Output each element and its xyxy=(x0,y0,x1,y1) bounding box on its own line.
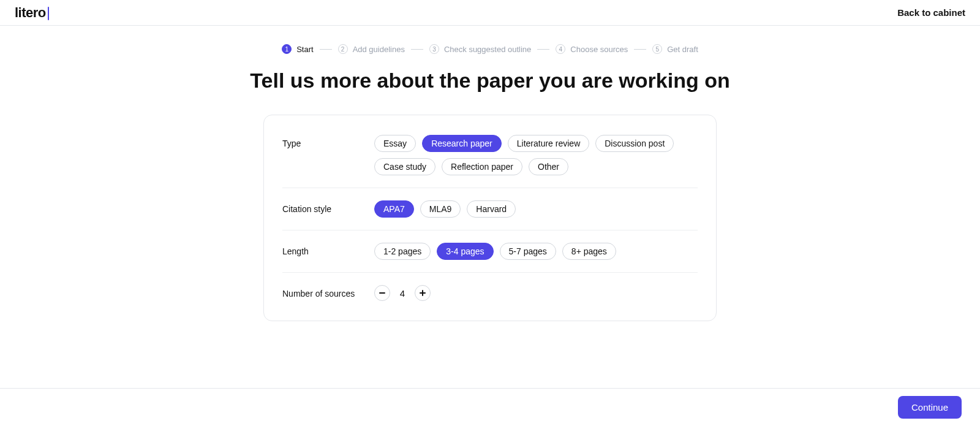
step-number: 3 xyxy=(429,44,439,54)
logo: litero xyxy=(15,5,49,21)
length-option-8plus[interactable]: 8+ pages xyxy=(562,243,616,260)
step-number: 2 xyxy=(338,44,348,54)
type-label: Type xyxy=(282,135,374,148)
sources-decrement-button[interactable] xyxy=(374,285,390,301)
citation-row: Citation style APA7 MLA9 Harvard xyxy=(282,188,698,230)
step-add-guidelines: 2 Add guidelines xyxy=(338,44,405,54)
step-number: 5 xyxy=(652,44,662,54)
step-label: Check suggested outline xyxy=(444,45,531,54)
citation-option-mla9[interactable]: MLA9 xyxy=(420,200,461,218)
step-number: 4 xyxy=(556,44,565,54)
citation-option-apa7[interactable]: APA7 xyxy=(374,200,414,218)
type-options: Essay Research paper Literature review D… xyxy=(374,135,698,175)
sources-increment-button[interactable] xyxy=(415,285,431,301)
page-title: Tell us more about the paper you are wor… xyxy=(0,69,980,93)
length-label: Length xyxy=(282,243,374,256)
step-label: Get draft xyxy=(667,45,698,54)
logo-cursor-icon xyxy=(48,7,49,20)
type-option-other[interactable]: Other xyxy=(529,158,568,175)
type-option-literature-review[interactable]: Literature review xyxy=(508,135,590,152)
type-option-research-paper[interactable]: Research paper xyxy=(422,135,502,152)
step-separator xyxy=(411,49,423,50)
citation-label: Citation style xyxy=(282,200,374,214)
citation-options: APA7 MLA9 Harvard xyxy=(374,200,698,218)
svg-rect-0 xyxy=(379,292,385,294)
type-option-discussion-post[interactable]: Discussion post xyxy=(595,135,674,152)
continue-button[interactable]: Continue xyxy=(898,396,962,419)
step-separator xyxy=(634,49,646,50)
sources-label: Number of sources xyxy=(282,285,374,299)
step-label: Add guidelines xyxy=(353,45,405,54)
step-separator xyxy=(320,49,332,50)
length-option-5-7[interactable]: 5-7 pages xyxy=(500,243,556,260)
step-choose-sources: 4 Choose sources xyxy=(556,44,628,54)
step-label: Start xyxy=(296,45,313,54)
type-row: Type Essay Research paper Literature rev… xyxy=(282,129,698,188)
sources-value: 4 xyxy=(399,288,406,299)
step-start: 1 Start xyxy=(282,44,313,54)
type-option-essay[interactable]: Essay xyxy=(374,135,416,152)
plus-icon xyxy=(420,290,426,296)
progress-steps: 1 Start 2 Add guidelines 3 Check suggest… xyxy=(0,44,980,54)
length-option-3-4[interactable]: 3-4 pages xyxy=(437,243,493,260)
step-check-outline: 3 Check suggested outline xyxy=(429,44,531,54)
type-option-case-study[interactable]: Case study xyxy=(374,158,435,175)
step-number: 1 xyxy=(282,44,292,54)
paper-options-card: Type Essay Research paper Literature rev… xyxy=(263,115,717,321)
length-row: Length 1-2 pages 3-4 pages 5-7 pages 8+ … xyxy=(282,230,698,273)
sources-stepper: 4 xyxy=(374,285,431,301)
length-options: 1-2 pages 3-4 pages 5-7 pages 8+ pages xyxy=(374,243,698,260)
svg-rect-2 xyxy=(420,292,426,294)
sources-stepper-container: 4 xyxy=(374,285,698,301)
back-to-cabinet-link[interactable]: Back to cabinet xyxy=(897,7,965,18)
step-label: Choose sources xyxy=(570,45,628,54)
step-get-draft: 5 Get draft xyxy=(652,44,698,54)
sources-row: Number of sources 4 xyxy=(282,273,698,307)
app-header: litero Back to cabinet xyxy=(0,0,980,26)
footer-bar: Continue xyxy=(0,388,980,426)
step-separator xyxy=(537,49,549,50)
type-option-reflection-paper[interactable]: Reflection paper xyxy=(442,158,522,175)
length-option-1-2[interactable]: 1-2 pages xyxy=(374,243,431,260)
logo-text: litero xyxy=(15,5,46,21)
minus-icon xyxy=(379,292,385,294)
citation-option-harvard[interactable]: Harvard xyxy=(467,200,516,218)
